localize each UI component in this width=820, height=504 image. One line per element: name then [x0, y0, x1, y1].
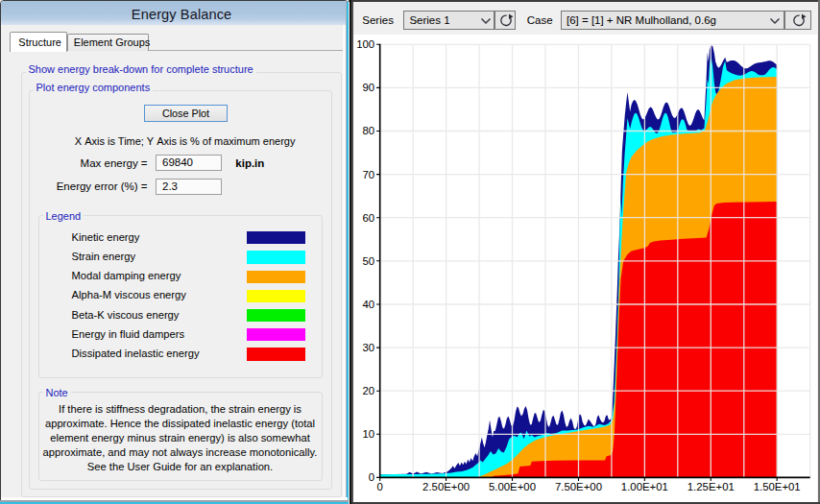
- svg-text:80: 80: [362, 126, 374, 137]
- svg-text:100: 100: [356, 38, 374, 50]
- svg-text:1.50E+01: 1.50E+01: [753, 481, 800, 492]
- svg-text:60: 60: [362, 212, 374, 224]
- svg-text:1.25E+01: 1.25E+01: [687, 481, 735, 492]
- svg-text:70: 70: [362, 169, 374, 180]
- svg-text:20: 20: [362, 385, 374, 396]
- svg-text:0: 0: [369, 471, 374, 483]
- svg-text:30: 30: [362, 342, 374, 353]
- svg-text:7.50E+00: 7.50E+00: [555, 481, 602, 492]
- svg-text:2.50E+00: 2.50E+00: [422, 481, 470, 492]
- svg-text:90: 90: [362, 82, 374, 93]
- svg-text:10: 10: [362, 428, 374, 440]
- svg-text:5.00E+00: 5.00E+00: [489, 481, 536, 492]
- svg-text:1.00E+01: 1.00E+01: [621, 481, 668, 492]
- svg-text:40: 40: [362, 299, 374, 310]
- svg-text:50: 50: [362, 255, 374, 267]
- svg-text:0: 0: [376, 481, 382, 492]
